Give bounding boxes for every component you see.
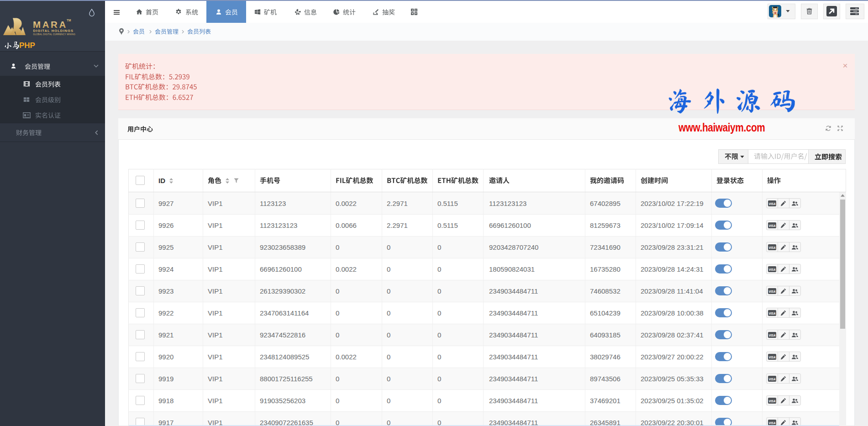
svg-text:VISA: VISA bbox=[768, 399, 775, 402]
svg-text:VISA: VISA bbox=[768, 289, 775, 293]
svg-text:VISA: VISA bbox=[768, 202, 775, 205]
svg-text:VISA: VISA bbox=[768, 355, 775, 358]
svg-text:DIGITAL HOLDINGS: DIGITAL HOLDINGS bbox=[33, 29, 74, 33]
svg-text:GLOBAL DIGITAL CURRENCY MINING: GLOBAL DIGITAL CURRENCY MINING bbox=[33, 33, 76, 36]
svg-text:VISA: VISA bbox=[768, 268, 775, 271]
svg-text:VISA: VISA bbox=[768, 333, 775, 337]
svg-text:VISA: VISA bbox=[768, 246, 775, 249]
svg-text:VISA: VISA bbox=[768, 421, 775, 424]
svg-text:VISA: VISA bbox=[768, 311, 775, 315]
svg-text:VISA: VISA bbox=[768, 377, 775, 380]
svg-text:TM: TM bbox=[67, 19, 71, 22]
svg-text:VISA: VISA bbox=[768, 224, 775, 227]
